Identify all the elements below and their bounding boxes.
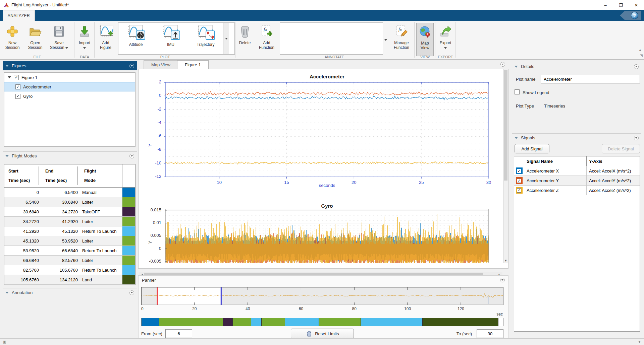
save-session-button[interactable]: Save Session bbox=[47, 23, 71, 51]
tab-map-view[interactable]: Map View bbox=[144, 60, 178, 69]
collapse-statusbar-icon[interactable]: ▼ bbox=[638, 340, 641, 344]
table-row[interactable]: 41.292045.1320Return To Launch bbox=[4, 226, 135, 236]
add-signal-button[interactable]: Add Signal bbox=[515, 144, 549, 153]
collapse-toolstrip-icon[interactable]: ▲ bbox=[638, 48, 642, 52]
show-legend-checkbox[interactable] bbox=[515, 89, 520, 94]
cell-start-time: 34.2720 bbox=[4, 217, 41, 226]
from-input[interactable] bbox=[165, 329, 192, 338]
panner-overview-plot[interactable] bbox=[141, 287, 503, 305]
mode-band-segment[interactable] bbox=[361, 318, 422, 326]
signal-checkbox[interactable]: ✓ bbox=[517, 188, 521, 193]
details-panel-header[interactable]: Details bbox=[512, 62, 641, 71]
vertical-scrollbar[interactable]: ▼ bbox=[503, 69, 508, 263]
close-button[interactable]: ✕ bbox=[629, 0, 644, 10]
accel-ytick-label: 2 bbox=[159, 79, 161, 84]
signal-checkbox[interactable]: ✓ bbox=[517, 179, 521, 183]
panner-header[interactable]: Panner bbox=[139, 276, 508, 284]
cell-flight-mode: Loiter bbox=[80, 217, 122, 226]
table-row[interactable]: 45.132053.9520Loiter bbox=[4, 236, 135, 246]
tree-item-accelerometer[interactable]: ✓Accelerometer bbox=[4, 82, 135, 91]
mode-band-segment[interactable] bbox=[233, 318, 252, 326]
app-logo-icon bbox=[3, 2, 9, 8]
open-session-button[interactable]: Open Session bbox=[25, 23, 46, 51]
accelerometer-plot[interactable] bbox=[165, 82, 489, 177]
figure-canvas[interactable]: Accelerometer Y seconds Gyro Y ◀ ▶ 20-2-… bbox=[138, 69, 508, 269]
mode-band-segment[interactable] bbox=[251, 318, 261, 326]
column-header: StartTime (sec) bbox=[4, 164, 41, 187]
delete-button[interactable]: Delete bbox=[237, 23, 253, 46]
delete-signal-button[interactable]: Delete Signal bbox=[602, 144, 640, 153]
vertical-scroll-thumb[interactable] bbox=[504, 70, 507, 181]
annotation-panel-menu-button[interactable] bbox=[129, 290, 134, 295]
cell-mode-color bbox=[122, 256, 135, 265]
tab-analyzer[interactable]: ANALYZER bbox=[3, 10, 35, 21]
reset-limits-button[interactable]: Reset Limits bbox=[291, 329, 354, 339]
tab-gripper-icon[interactable] bbox=[139, 62, 142, 64]
gallery-item-imu[interactable]: IMU bbox=[153, 23, 188, 54]
table-row[interactable]: 66.684082.5760Loiter bbox=[4, 256, 135, 265]
mode-band-segment[interactable] bbox=[262, 318, 285, 326]
scroll-down-icon[interactable]: ▼ bbox=[503, 258, 508, 263]
table-row[interactable]: 06.5400Manual bbox=[4, 188, 135, 197]
figures-panel-menu-button[interactable] bbox=[129, 64, 134, 68]
tree-item-checkbox[interactable]: ✓ bbox=[14, 75, 19, 80]
signals-panel-header[interactable]: Signals bbox=[512, 133, 641, 142]
panner-overview-strip[interactable] bbox=[141, 287, 503, 305]
section-data: Import DATA bbox=[74, 21, 95, 60]
tree-item-figure-1[interactable]: ✓Figure 1 bbox=[4, 73, 135, 82]
table-row[interactable]: 53.952066.6840Return To Launch bbox=[4, 246, 135, 256]
mode-band-segment[interactable] bbox=[223, 318, 232, 326]
mode-band-segment[interactable] bbox=[285, 318, 319, 326]
map-view-button[interactable]: Map View bbox=[416, 23, 434, 56]
gyro-plot[interactable] bbox=[165, 209, 489, 263]
restore-button[interactable]: ❐ bbox=[613, 0, 629, 10]
gallery-item-attitude[interactable]: Attitude bbox=[118, 23, 153, 54]
table-row[interactable]: 82.5760105.6760Return To Launch bbox=[4, 265, 135, 275]
plot-gallery-dropdown[interactable] bbox=[223, 23, 229, 54]
tree-item-checkbox[interactable]: ✓ bbox=[15, 84, 20, 89]
figures-panel-header[interactable]: Figures bbox=[3, 61, 137, 70]
add-function-button[interactable]: fx Add Function bbox=[256, 23, 278, 51]
panner-menu-button[interactable] bbox=[500, 278, 505, 282]
mode-band-segment[interactable] bbox=[319, 318, 361, 326]
gallery-item-trajectory[interactable]: Trajectory bbox=[188, 23, 223, 54]
table-row[interactable]: 34.272041.2920Loiter bbox=[4, 217, 135, 226]
add-figure-button[interactable]: Add Figure bbox=[96, 23, 115, 51]
flight-modes-panel-header[interactable]: Flight Modes bbox=[3, 151, 137, 160]
table-row[interactable]: 6.540030.6840Loiter bbox=[4, 197, 135, 207]
signal-checkbox[interactable]: ✓ bbox=[517, 169, 521, 173]
help-button[interactable]: ? bbox=[620, 11, 641, 20]
mode-band-segment[interactable] bbox=[142, 318, 159, 326]
mode-band-segment[interactable] bbox=[423, 318, 498, 326]
to-input[interactable] bbox=[477, 329, 503, 338]
details-panel-menu-button[interactable] bbox=[634, 64, 639, 69]
tree-item-checkbox[interactable]: ✓ bbox=[15, 94, 20, 99]
layout-icon[interactable]: ▣ bbox=[3, 340, 6, 344]
flight-mode-band[interactable] bbox=[141, 318, 503, 326]
import-button[interactable]: Import bbox=[76, 23, 93, 51]
minimize-button[interactable]: – bbox=[598, 0, 613, 10]
signal-row[interactable]: ✓Accelerometer XAccel: AccelX (m/s^2) bbox=[514, 166, 640, 176]
plot-name-input[interactable] bbox=[541, 75, 640, 83]
signals-panel-menu-button[interactable] bbox=[634, 136, 639, 140]
tree-item-gyro[interactable]: ✓Gyro bbox=[4, 91, 135, 101]
annotation-gallery-dropdown[interactable] bbox=[384, 36, 387, 42]
manage-function-button[interactable]: fx Manage Function bbox=[390, 23, 413, 51]
signal-row[interactable]: ✓Accelerometer YAccel: AccelY (m/s^2) bbox=[514, 176, 640, 186]
table-row[interactable]: 105.6760134.2120Land bbox=[4, 275, 135, 285]
cell-flight-mode: Manual bbox=[80, 188, 122, 197]
annotation-panel-header[interactable]: Annotation bbox=[3, 288, 137, 297]
mode-band-segment[interactable] bbox=[159, 318, 223, 326]
expand-triangle-icon[interactable] bbox=[8, 76, 11, 78]
annotation-function-gallery[interactable] bbox=[280, 22, 383, 55]
export-button[interactable]: Export bbox=[437, 23, 454, 51]
tab-bar-menu-button[interactable] bbox=[500, 62, 505, 67]
new-session-button[interactable]: New Session bbox=[2, 23, 23, 51]
signal-row[interactable]: ✓Accelerometer ZAccel: AccelZ (m/s^2) bbox=[514, 186, 640, 195]
table-row[interactable]: 30.684034.2720TakeOFF bbox=[4, 207, 135, 217]
details-panel-title: Details bbox=[521, 64, 534, 69]
flight-modes-panel-menu-button[interactable] bbox=[129, 154, 134, 158]
add-function-label: Add Function bbox=[257, 41, 277, 50]
tab-figure-1[interactable]: Figure 1 bbox=[177, 60, 209, 69]
undock-panel-icon[interactable]: ◥ bbox=[640, 54, 643, 57]
